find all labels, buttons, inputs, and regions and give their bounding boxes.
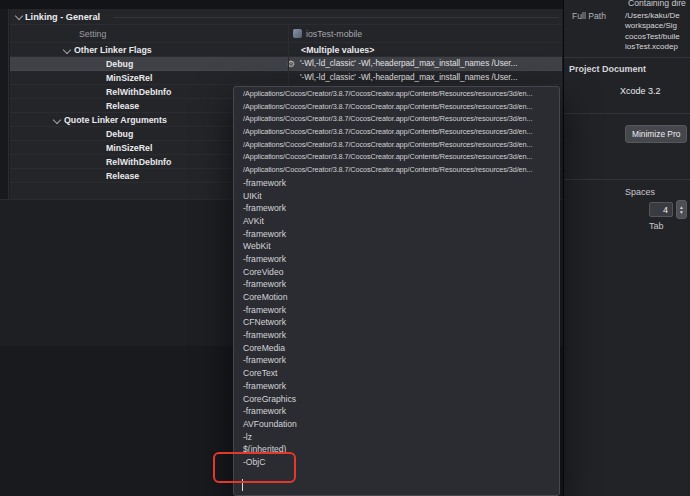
target-column-header[interactable]: iosTest-mobile [293, 25, 362, 42]
config-row-debug[interactable]: Debug ⚙ '-Wl,-ld_classic' -Wl,-headerpad… [10, 57, 562, 71]
flag-list-item[interactable]: -framework [234, 405, 559, 418]
target-icon [293, 29, 302, 38]
column-header-setting: Setting [79, 25, 106, 43]
config-value[interactable]: '-Wl,-ld_classic' -Wl,-headerpad_max_ins… [300, 71, 517, 85]
full-path-label: Full Path [572, 11, 606, 21]
flag-list-item[interactable]: /Applications/Cocos/Creator/3.8.7/CocosC… [234, 139, 559, 152]
flag-list-item[interactable]: AVFoundation [234, 418, 559, 431]
flag-list-item[interactable]: /Applications/Cocos/Creator/3.8.7/CocosC… [234, 88, 559, 101]
flag-list-item[interactable]: CoreGraphics [234, 393, 559, 406]
target-name: iosTest-mobile [306, 25, 362, 43]
stepper-down-icon[interactable]: ▾ [680, 210, 683, 215]
config-name: RelWithDebInfo [106, 85, 171, 99]
flag-list-item[interactable]: CoreVideo [234, 266, 559, 279]
config-name: Debug [106, 127, 133, 141]
full-path-line: iosTest.xcodep [625, 42, 680, 52]
flag-list-item[interactable]: /Applications/Cocos/Creator/3.8.7/CocosC… [234, 101, 559, 114]
setting-name: Quote Linker Arguments [64, 113, 167, 127]
config-name: Release [106, 169, 139, 183]
config-value[interactable]: '-Wl,-ld_classic' -Wl,-headerpad_max_ins… [300, 57, 517, 71]
flag-list-item[interactable]: -framework [234, 228, 559, 241]
top-strip [0, 0, 563, 9]
setting-name: Other Linker Flags [74, 43, 152, 57]
flag-list-item[interactable]: -framework [234, 202, 559, 215]
config-row-minsizerel[interactable]: MinSizeRel '-Wl,-ld_classic' -Wl,-header… [10, 71, 562, 85]
column-header-row: Setting iosTest-mobile [10, 25, 562, 43]
project-document-title: Project Document [569, 64, 646, 74]
full-path-line: workspace/Sig [625, 21, 680, 31]
flag-list-item[interactable]: /Applications/Cocos/Creator/3.8.7/CocosC… [234, 164, 559, 177]
flag-list-item[interactable]: UIKit [234, 190, 559, 203]
indent-using-popup[interactable]: Spaces [625, 187, 655, 197]
flag-list-item[interactable]: WebKit [234, 240, 559, 253]
setting-row-other-linker-flags[interactable]: Other Linker Flags <Multiple values> [10, 43, 562, 57]
flag-list-item[interactable]: /Applications/Cocos/Creator/3.8.7/CocosC… [234, 126, 559, 139]
config-name: MinSizeRel [106, 141, 152, 155]
chevron-down-icon[interactable] [53, 116, 61, 124]
left-rail [0, 9, 9, 199]
config-name: Release [106, 99, 139, 113]
project-format-popup[interactable]: Xcode 3.2 [620, 86, 661, 96]
chevron-down-icon[interactable] [15, 12, 23, 20]
flag-list-item[interactable]: -framework [234, 354, 559, 367]
config-name: MinSizeRel [106, 71, 152, 85]
config-name: Debug [106, 57, 133, 71]
full-path-line: /Users/kaku/De [625, 11, 680, 21]
section-header-linking-general[interactable]: Linking - General [10, 9, 562, 25]
containing-directory-label: Containing dire [628, 0, 686, 8]
flag-list-item[interactable]: CoreText [234, 367, 559, 380]
config-name: RelWithDebInfo [106, 155, 171, 169]
flag-list-item[interactable]: /Applications/Cocos/Creator/3.8.7/CocosC… [234, 113, 559, 126]
inspector-divider [564, 179, 690, 180]
flag-list-item[interactable]: -framework [234, 253, 559, 266]
flag-list-item[interactable]: -framework [234, 380, 559, 393]
flag-values-popover: /Applications/Cocos/Creator/3.8.7/CocosC… [233, 86, 560, 496]
flag-list-item[interactable]: -framework [234, 304, 559, 317]
tab-width-field[interactable]: 4 [649, 202, 673, 217]
inspector-panel: Containing dire Full Path /Users/kaku/De… [563, 0, 690, 496]
flag-list-item[interactable]: -framework [234, 177, 559, 190]
flag-list-item[interactable]: AVKit [234, 215, 559, 228]
flag-list-item[interactable]: -framework [234, 278, 559, 291]
inspector-divider [564, 113, 690, 114]
flag-list-item[interactable]: -lz [234, 431, 559, 444]
section-divider-line [114, 17, 559, 18]
tab-width-label: Tab [649, 221, 664, 231]
flag-list-item[interactable]: -framework [234, 329, 559, 342]
flag-list-item[interactable]: CoreMedia [234, 342, 559, 355]
xcode-build-settings-screen: Linking - General Setting iosTest-mobile… [0, 0, 690, 496]
flag-list-item[interactable]: CFNetwork [234, 316, 559, 329]
full-path-line: cocosTest/buile [625, 32, 680, 42]
chevron-down-icon[interactable] [63, 46, 71, 54]
flag-list-item[interactable]: CoreMotion [234, 291, 559, 304]
minimize-project-button[interactable]: Minimize Pro [625, 125, 687, 143]
section-title: Linking - General [25, 9, 100, 25]
red-highlight-annotation [213, 452, 296, 483]
flag-list-item[interactable]: /Applications/Cocos/Creator/3.8.7/CocosC… [234, 151, 559, 164]
full-path-value: /Users/kaku/De workspace/Sig cocosTest/b… [625, 11, 680, 53]
setting-value[interactable]: <Multiple values> [301, 43, 374, 57]
tab-width-stepper[interactable]: ▴ ▾ [676, 200, 687, 219]
inspector-divider [564, 57, 690, 58]
